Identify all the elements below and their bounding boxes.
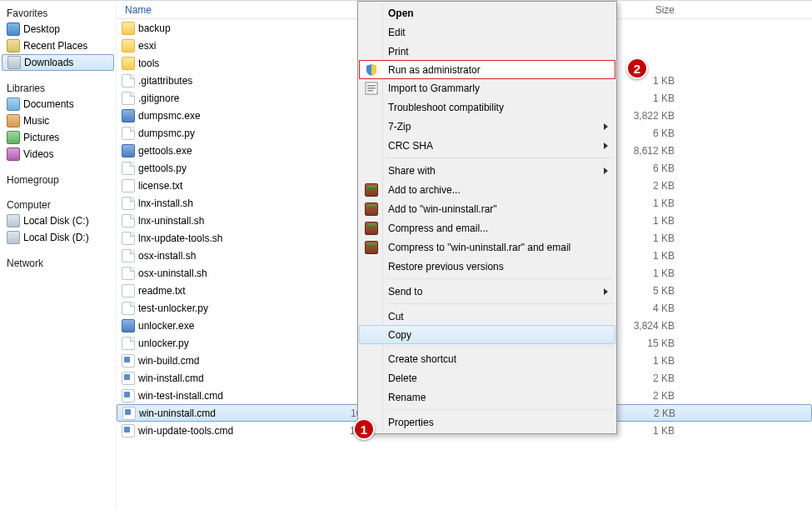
- sidebar-item-drive-c[interactable]: Local Disk (C:): [0, 212, 116, 229]
- ctx-7zip[interactable]: 7-Zip: [360, 117, 615, 136]
- file-name: lnx-update-tools.sh: [138, 232, 222, 244]
- ctx-add-archive[interactable]: Add to archive...: [360, 180, 615, 199]
- winrar-icon: [365, 222, 378, 235]
- file-name: test-unlocker.py: [138, 302, 208, 314]
- file-icon: [122, 214, 135, 228]
- ctx-properties[interactable]: Properties: [360, 412, 615, 432]
- sidebar-item-desktop[interactable]: Desktop: [0, 21, 116, 38]
- file-name: lnx-uninstall.sh: [138, 215, 204, 227]
- file-name: unlocker.exe: [138, 320, 194, 332]
- downloads-icon: [7, 56, 21, 69]
- file-icon: [122, 267, 135, 280]
- column-name[interactable]: Name: [117, 4, 350, 16]
- sidebar-item-music[interactable]: Music: [0, 112, 116, 129]
- file-name: backup: [138, 22, 171, 34]
- computer-heading[interactable]: Computer: [0, 196, 116, 212]
- ctx-send-to[interactable]: Send to: [360, 282, 615, 301]
- folder-icon: [122, 57, 135, 70]
- ctx-delete[interactable]: Delete: [360, 368, 615, 388]
- favorites-heading[interactable]: Favorites: [0, 4, 116, 21]
- file-name: license.txt: [138, 180, 182, 192]
- file-size: 1 KB: [608, 92, 683, 104]
- file-size: 1 KB: [608, 425, 683, 437]
- annotation-badge-2: 2: [626, 58, 648, 79]
- file-size: 6 KB: [608, 128, 683, 139]
- context-menu: Open Edit Print Run as administrator Imp…: [357, 1, 617, 434]
- documents-icon: [7, 98, 20, 111]
- ctx-print[interactable]: Print: [360, 42, 615, 61]
- ctx-shortcut[interactable]: Create shortcut: [360, 349, 615, 368]
- ctx-copy[interactable]: Copy: [359, 325, 615, 344]
- network-heading[interactable]: Network: [0, 254, 116, 271]
- svg-rect-3: [367, 90, 373, 92]
- sidebar-item-downloads[interactable]: Downloads: [2, 54, 114, 71]
- file-icon: [122, 302, 135, 315]
- file-size: 1 KB: [608, 215, 683, 227]
- grammarly-icon: [365, 82, 378, 95]
- file-name: unlocker.py: [138, 338, 189, 349]
- ctx-restore[interactable]: Restore previous versions: [360, 257, 615, 276]
- file-size: 1 KB: [608, 198, 683, 209]
- file-name: .gitattributes: [138, 75, 192, 87]
- ctx-share[interactable]: Share with: [360, 161, 615, 180]
- libraries-heading[interactable]: Libraries: [0, 79, 116, 96]
- file-size: 2 KB: [608, 372, 683, 384]
- file-name: win-update-tools.cmd: [138, 425, 233, 437]
- txt-icon: [122, 179, 135, 192]
- sidebar-item-videos[interactable]: Videos: [0, 146, 116, 162]
- file-size: 5 KB: [608, 285, 683, 297]
- sidebar-item-drive-d[interactable]: Local Disk (D:): [0, 229, 116, 246]
- ctx-cut[interactable]: Cut: [360, 307, 615, 326]
- file-icon: [122, 197, 135, 210]
- sidebar-item-label: Desktop: [23, 23, 60, 35]
- exe-icon: [122, 144, 135, 158]
- file-size: 1 KB: [608, 232, 683, 244]
- navigation-pane: Favorites Desktop Recent Places Download…: [0, 1, 117, 510]
- winrar-icon: [365, 241, 378, 254]
- winrar-icon: [365, 183, 378, 197]
- cmd-icon: [122, 354, 135, 368]
- file-icon: [122, 249, 135, 262]
- txt-icon: [122, 284, 135, 298]
- ctx-rename[interactable]: Rename: [360, 388, 615, 407]
- file-name: win-uninstall.cmd: [139, 408, 216, 419]
- file-size: 8,612 KB: [608, 145, 683, 157]
- svg-rect-2: [367, 88, 376, 89]
- cmd-icon: [122, 407, 136, 420]
- file-pane: Name Size backupesxitools.gitattributesT…: [117, 1, 812, 510]
- homegroup-heading[interactable]: Homegroup: [0, 171, 116, 188]
- ctx-crc[interactable]: CRC SHA: [360, 136, 615, 155]
- music-icon: [7, 114, 20, 128]
- exe-icon: [122, 109, 135, 122]
- drive-icon: [7, 231, 20, 244]
- ctx-troubleshoot[interactable]: Troubleshoot compatibility: [360, 98, 615, 117]
- file-name: gettools.py: [138, 162, 187, 174]
- file-size: 1 KB: [608, 250, 683, 262]
- cmd-icon: [122, 372, 135, 385]
- sidebar-item-pictures[interactable]: Pictures: [0, 129, 116, 146]
- ctx-compress-email[interactable]: Compress and email...: [360, 218, 615, 238]
- sidebar-item-documents[interactable]: Documents: [0, 96, 116, 112]
- file-size: 3,822 KB: [608, 110, 683, 122]
- pictures-icon: [7, 131, 20, 144]
- file-name: tools: [138, 58, 159, 69]
- file-size: 4 KB: [608, 302, 683, 314]
- ctx-grammarly[interactable]: Import to Grammarly: [360, 78, 615, 98]
- sidebar-item-label: Pictures: [23, 132, 59, 143]
- ctx-add-rar[interactable]: Add to "win-uninstall.rar": [360, 199, 615, 218]
- ctx-compress-rar-email[interactable]: Compress to "win-uninstall.rar" and emai…: [360, 238, 615, 257]
- sidebar-item-recent[interactable]: Recent Places: [0, 38, 116, 54]
- ctx-run-as-admin[interactable]: Run as administrator: [359, 60, 615, 79]
- sidebar-item-label: Recent Places: [23, 40, 87, 52]
- ctx-edit[interactable]: Edit: [360, 22, 615, 42]
- column-size[interactable]: Size: [608, 4, 683, 16]
- file-icon: [122, 92, 135, 105]
- submenu-arrow-icon: [604, 168, 608, 174]
- videos-icon: [7, 148, 20, 161]
- ctx-open[interactable]: Open: [360, 3, 615, 22]
- file-name: win-build.cmd: [138, 355, 199, 367]
- file-name: esxi: [138, 40, 156, 52]
- cmd-icon: [122, 389, 135, 402]
- cmd-icon: [122, 424, 135, 438]
- folder-icon: [122, 22, 135, 35]
